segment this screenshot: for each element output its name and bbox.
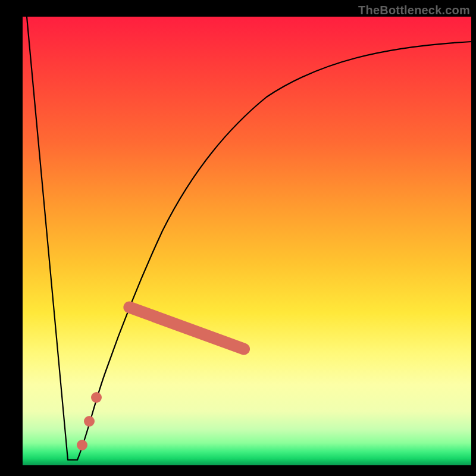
marker-segment: [122, 300, 252, 357]
marker-dot: [91, 392, 102, 403]
marker-dot: [77, 440, 87, 450]
plot-area: [23, 17, 471, 465]
marker-dot: [84, 416, 95, 427]
curve-layer: [23, 17, 471, 465]
chart-frame: TheBottleneck.com: [0, 0, 476, 476]
watermark: TheBottleneck.com: [358, 4, 470, 17]
